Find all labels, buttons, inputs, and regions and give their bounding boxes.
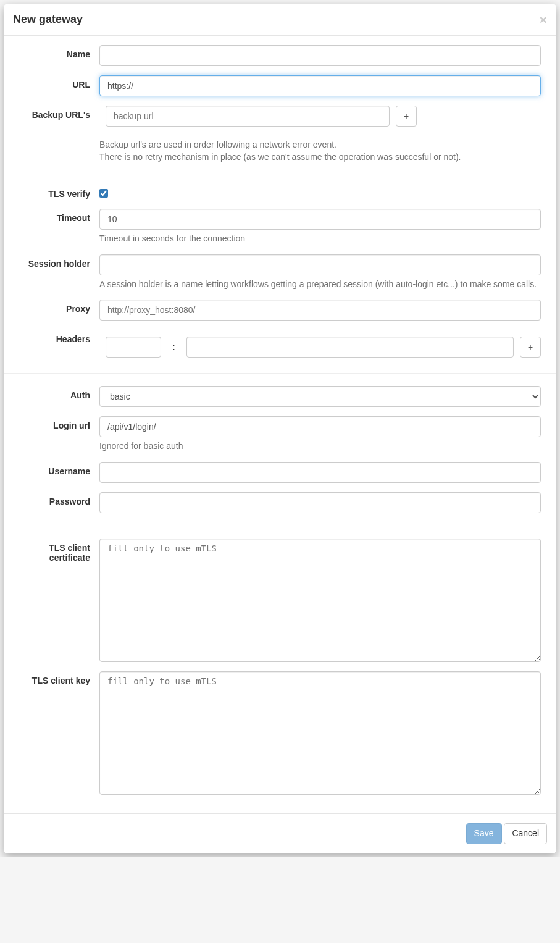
auth-label: Auth — [13, 386, 99, 407]
username-input[interactable] — [99, 462, 541, 483]
header-separator: : — [167, 342, 180, 352]
cancel-button[interactable]: Cancel — [504, 823, 547, 844]
timeout-help: Timeout in seconds for the connection — [99, 233, 541, 245]
header-row: : + — [99, 330, 541, 358]
backup-url-row: + — [99, 106, 541, 127]
password-input[interactable] — [99, 492, 541, 513]
session-holder-input[interactable] — [99, 254, 541, 275]
save-button[interactable]: Save — [466, 823, 502, 844]
modal-header: New gateway × — [4, 4, 556, 36]
tls-verify-checkbox[interactable] — [99, 189, 108, 198]
tls-client-key-textarea[interactable] — [99, 671, 541, 795]
proxy-input[interactable] — [99, 300, 541, 321]
session-holder-label: Session holder — [13, 254, 99, 291]
password-label: Password — [13, 492, 99, 513]
username-label: Username — [13, 462, 99, 483]
proxy-label: Proxy — [13, 300, 99, 321]
name-input[interactable] — [99, 45, 541, 66]
add-backup-url-button[interactable]: + — [396, 106, 417, 127]
modal-title: New gateway — [13, 13, 83, 26]
session-holder-help: A session holder is a name letting workf… — [99, 279, 541, 291]
add-header-button[interactable]: + — [520, 337, 541, 358]
login-url-label: Login url — [13, 416, 99, 453]
tls-client-cert-textarea[interactable] — [99, 539, 541, 662]
tls-client-key-label: TLS client key — [13, 671, 99, 795]
header-value-input[interactable] — [186, 337, 514, 358]
auth-select[interactable]: basic — [99, 386, 541, 407]
tls-client-cert-label: TLS client certificate — [13, 539, 99, 662]
header-key-input[interactable] — [106, 337, 161, 358]
backup-urls-help: Backup url's are used in order following… — [99, 139, 541, 163]
new-gateway-modal: New gateway × Name URL Backup URL's + — [4, 4, 556, 853]
url-label: URL — [13, 75, 99, 96]
login-url-input[interactable] — [99, 416, 541, 437]
modal-footer: Save Cancel — [4, 813, 556, 853]
url-input[interactable] — [99, 75, 541, 96]
backup-url-input[interactable] — [106, 106, 390, 127]
divider — [4, 373, 556, 374]
timeout-input[interactable] — [99, 209, 541, 230]
timeout-label: Timeout — [13, 209, 99, 245]
headers-label: Headers — [13, 330, 99, 358]
tls-verify-label: TLS verify — [13, 185, 99, 199]
backup-urls-label: Backup URL's — [13, 106, 99, 172]
name-label: Name — [13, 45, 99, 66]
modal-body: Name URL Backup URL's + Backup url's are… — [4, 36, 556, 813]
close-button[interactable]: × — [540, 13, 547, 26]
login-url-help: Ignored for basic auth — [99, 440, 541, 453]
divider — [4, 526, 556, 526]
